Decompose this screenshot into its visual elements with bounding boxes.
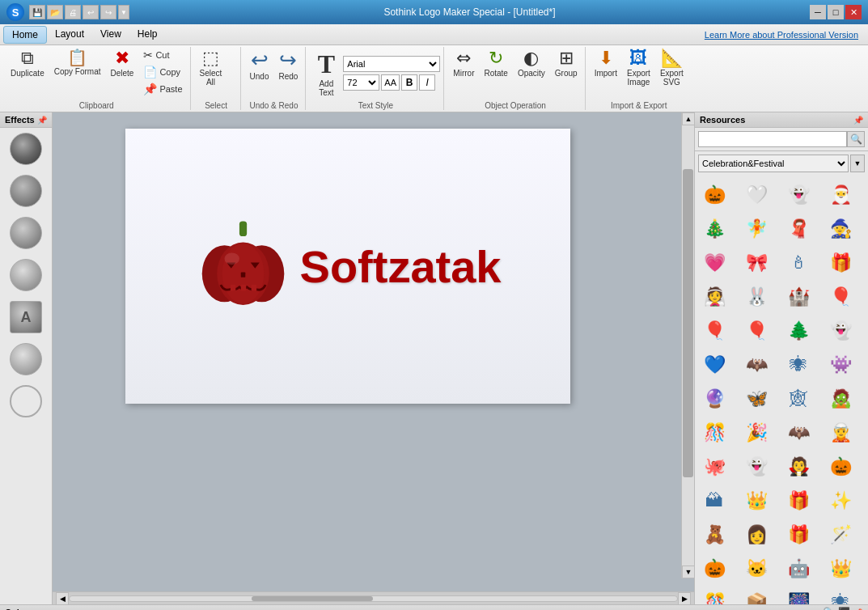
resource-icon[interactable]: 🦇 <box>782 417 815 449</box>
menu-view[interactable]: View <box>92 26 129 44</box>
vscroll-up-arrow[interactable]: ▲ <box>682 112 694 125</box>
colors-eyedropper[interactable]: 🔍 <box>823 607 835 610</box>
effect-item-6[interactable] <box>10 343 42 375</box>
quick-save[interactable]: 💾 <box>29 5 45 19</box>
copy-button[interactable]: 📄 Copy <box>139 64 186 80</box>
category-dropdown-arrow[interactable]: ▼ <box>850 155 865 172</box>
copy-format-button[interactable]: 📋 Copy Format <box>50 47 105 78</box>
maximize-button[interactable]: □ <box>828 5 844 19</box>
vscroll-thumb[interactable] <box>683 169 693 477</box>
resource-icon[interactable]: 🎆 <box>782 587 815 604</box>
pro-version-link[interactable]: Learn More about Professional Version <box>705 30 865 40</box>
resource-icon[interactable]: 🎈 <box>824 281 857 313</box>
undo-button[interactable]: ↩ Undo <box>246 47 273 83</box>
paste-button[interactable]: 📌 Paste <box>139 81 186 97</box>
resource-icon[interactable]: 💗 <box>698 247 730 279</box>
resource-icon[interactable]: 🎃 <box>824 451 857 483</box>
effect-item-text[interactable]: A <box>10 301 42 333</box>
menu-help[interactable]: Help <box>129 26 166 44</box>
pumpkin-image[interactable] <box>195 218 292 315</box>
hscroll-thumb[interactable] <box>252 596 373 601</box>
resource-icon[interactable]: 🐰 <box>740 281 773 313</box>
resource-icon[interactable]: 🦇 <box>740 349 773 381</box>
quick-undo[interactable]: ↩ <box>83 5 99 19</box>
menu-layout[interactable]: Layout <box>47 26 92 44</box>
resource-icon[interactable]: 🧣 <box>782 213 815 245</box>
resource-icon[interactable]: 📦 <box>740 587 773 604</box>
resource-icon[interactable]: 👩 <box>740 519 773 551</box>
quick-redo[interactable]: ↪ <box>100 5 116 19</box>
resource-icon[interactable]: 🏔 <box>698 485 730 517</box>
resource-icon[interactable]: 🕸 <box>782 383 815 415</box>
resource-icon[interactable]: 🧝 <box>824 417 857 449</box>
resource-icon[interactable]: 🤖 <box>782 553 815 585</box>
effect-item-4[interactable] <box>10 259 42 291</box>
effect-item-3[interactable] <box>10 217 42 249</box>
resources-search-button[interactable]: 🔍 <box>847 131 865 147</box>
resource-icon[interactable]: 🎃 <box>698 553 730 585</box>
vscroll-track[interactable] <box>682 125 694 566</box>
resource-icon[interactable]: 🎉 <box>740 417 773 449</box>
quick-open[interactable]: 📂 <box>47 5 63 19</box>
resource-icon[interactable]: 🏰 <box>782 281 815 313</box>
quick-dropdown[interactable]: ▼ <box>118 5 129 19</box>
resource-icon[interactable]: 🪄 <box>824 519 857 551</box>
duplicate-button[interactable]: ⧉ Duplicate <box>6 47 49 80</box>
resource-icon[interactable]: 🔮 <box>698 383 730 415</box>
group-button[interactable]: ⊞ Group <box>551 47 582 80</box>
bold-button[interactable]: B <box>401 74 417 91</box>
resource-icon[interactable]: 👾 <box>824 349 857 381</box>
hscroll-left-arrow[interactable]: ◀ <box>56 592 69 605</box>
minimize-button[interactable]: ─ <box>810 5 826 19</box>
resource-icon[interactable]: 🎀 <box>740 247 773 279</box>
canvas-vscrollbar[interactable]: ▲ ▼ <box>681 112 694 578</box>
canvas-scroll[interactable]: Softzatak ▲ ▼ <box>53 112 694 591</box>
resource-icon[interactable]: 🎅 <box>824 179 857 211</box>
resource-icon[interactable]: 🎈 <box>740 315 773 347</box>
resource-icon[interactable]: 🕷 <box>782 349 815 381</box>
menu-home[interactable]: Home <box>3 26 47 44</box>
hscroll-right-arrow[interactable]: ▶ <box>678 592 691 605</box>
font-size-select[interactable]: 72 <box>343 74 379 91</box>
cut-button[interactable]: ✂ Cut <box>139 47 186 63</box>
effect-item-1[interactable] <box>10 133 42 165</box>
resources-pin[interactable]: 📌 <box>853 116 863 125</box>
italic-button[interactable]: I <box>419 74 435 91</box>
vscroll-down-arrow[interactable]: ▼ <box>682 566 694 578</box>
select-all-button[interactable]: ⬚ Select All <box>196 47 227 89</box>
export-image-button[interactable]: 🖼 Export Image <box>623 47 654 89</box>
resource-icon[interactable]: 🎃 <box>698 179 730 211</box>
rotate-button[interactable]: ↻ Rotate <box>480 47 511 80</box>
colors-square[interactable]: ⬛ <box>838 607 850 610</box>
close-button[interactable]: ✕ <box>845 5 862 19</box>
add-text-button[interactable]: T Add Text <box>311 47 341 100</box>
opacity-button[interactable]: ◐ Opacity <box>514 47 549 80</box>
resource-icon[interactable]: 🎊 <box>698 417 730 449</box>
category-dropdown[interactable]: Celebration&Festival Animals Nature Busi… <box>698 155 849 172</box>
redo-button[interactable]: ↪ Redo <box>274 47 302 83</box>
resource-icon[interactable]: 🐱 <box>740 553 773 585</box>
resource-icon[interactable]: 👑 <box>740 485 773 517</box>
export-svg-button[interactable]: 📐 Export SVG <box>656 47 688 89</box>
resource-icon[interactable]: 🧙 <box>824 213 857 245</box>
mirror-button[interactable]: ⇔ Mirror <box>449 47 478 80</box>
resource-icon[interactable]: 👰 <box>698 281 730 313</box>
resource-icon[interactable]: 👻 <box>824 315 857 347</box>
resource-icon[interactable]: 🎁 <box>782 485 815 517</box>
canvas[interactable]: Softzatak <box>125 129 570 404</box>
resource-icon[interactable]: 🎄 <box>698 213 730 245</box>
resource-icon[interactable]: 👻 <box>740 451 773 483</box>
hscroll-track[interactable] <box>69 595 678 602</box>
resource-icon[interactable]: 🎈 <box>698 315 730 347</box>
resource-icon[interactable]: 🧛 <box>782 451 815 483</box>
resource-icon[interactable]: 👑 <box>824 553 857 585</box>
import-button[interactable]: ⬇ Import <box>591 47 621 80</box>
resource-icon[interactable]: 🕯 <box>782 247 815 279</box>
resource-icon[interactable]: 🤍 <box>740 179 773 211</box>
resource-icon[interactable]: 🦋 <box>740 383 773 415</box>
resource-icon[interactable]: 👻 <box>782 179 815 211</box>
resource-icon[interactable]: 🧟 <box>824 383 857 415</box>
font-size-aa-button[interactable]: AA <box>381 74 400 91</box>
resource-icon[interactable]: 🕷 <box>824 587 857 604</box>
quick-print[interactable]: 🖨 <box>65 5 81 19</box>
